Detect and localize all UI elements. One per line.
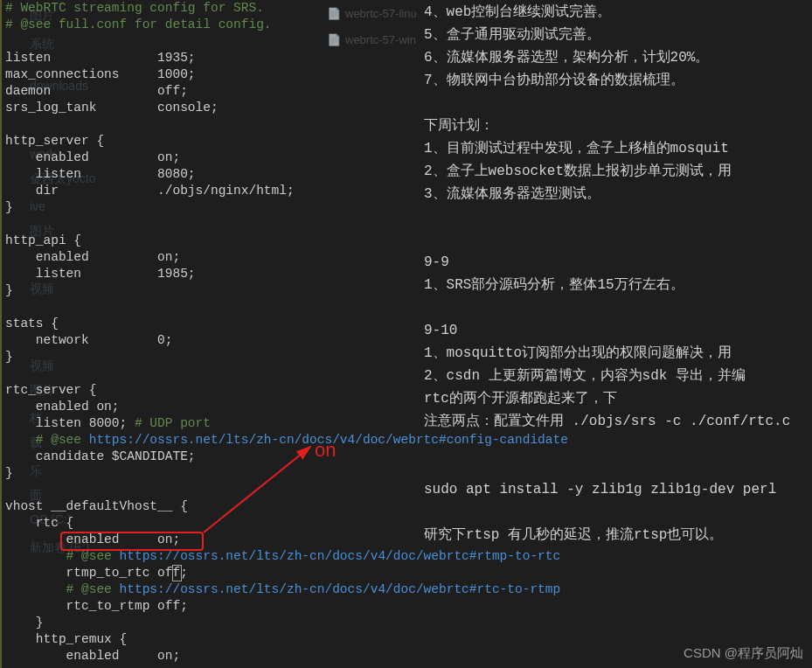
comment-line: # @see full.conf for detail config. [5, 17, 272, 31]
code-line-rtmp-to-rtc: rtmp_to_rtc of [5, 566, 172, 580]
annotation-label: on [315, 442, 336, 458]
code-line: http_server { [5, 134, 104, 148]
notes-line: 1、目前测试过程中发现，盒子上移植的mosquit [424, 138, 803, 159]
url-link[interactable]: https://ossrs.net/lts/zh-cn/docs/v4/doc/… [120, 582, 561, 596]
code-line: enabled on; [5, 532, 180, 546]
code-line: enabled on; [5, 250, 180, 264]
code-line: } [5, 200, 13, 214]
code-line: listen 8000; [5, 416, 135, 430]
code-line: listen 1935; [5, 51, 196, 65]
notes-line: 研究下rtsp 有几秒的延迟，推流rtsp也可以。 [424, 525, 803, 546]
notes-panel[interactable]: 📄webrtc-57-linu 📄webrtc-57-win 4、web控制台继… [415, 0, 812, 668]
notes-line: 9-10 [424, 320, 803, 341]
comment-line: # @see [5, 549, 120, 563]
code-line: enabled on; [5, 150, 180, 164]
code-line: } [5, 350, 13, 364]
notes-line: 4、web控制台继续测试完善。 [424, 2, 803, 23]
notes-line: 9-9 [424, 252, 803, 273]
code-line: dir ./objs/nginx/html; [5, 184, 295, 198]
comment-line: # @see [5, 433, 89, 447]
code-line: max_connections 1000; [5, 67, 196, 81]
code-line: enabled on; [5, 649, 180, 663]
code-line: http_api { [5, 233, 81, 247]
csdn-watermark: CSDN @程序员阿灿 [684, 644, 803, 661]
code-line: } [5, 466, 13, 480]
code-line: } [5, 616, 44, 630]
comment-line: # WebRTC streaming config for SRS. [5, 1, 264, 15]
code-line: rtc { [5, 516, 73, 530]
code-line: rtc_server { [5, 383, 96, 397]
cursor: f [172, 565, 180, 581]
code-line: http_remux { [5, 632, 127, 646]
notes-line: 6、流媒体服务器选型，架构分析，计划20%。 [424, 47, 803, 68]
code-line: listen 1985; [5, 267, 196, 281]
notes-line: 1、mosquitto订阅部分出现的权限问题解决，用 [424, 343, 803, 364]
code-line: srs_log_tank console; [5, 101, 219, 115]
notes-line: 2、盒子上websocket数据上报初步单元测试，用 [424, 161, 803, 182]
notes-line: 下周计划： [424, 115, 803, 136]
code-line: enabled on; [5, 400, 120, 414]
code-line: daemon off; [5, 84, 188, 98]
notes-line: 注意两点：配置文件用 ./objs/srs -c ./conf/rtc.c [424, 411, 803, 432]
notes-line: 3、流媒体服务器选型测试。 [424, 184, 803, 205]
code-line: } [5, 283, 13, 297]
code-line: network 0; [5, 333, 172, 347]
notes-line: 7、物联网中台协助部分设备的数据梳理。 [424, 70, 803, 91]
comment-line: # @see [5, 582, 120, 596]
code-editor[interactable]: 图片 系统 downloads work 金西太yocto ive 图片 视频 … [0, 0, 415, 668]
notes-line: 1、SRS部分源码分析，整体15万行左右。 [424, 275, 803, 296]
url-link[interactable]: https://ossrs.net/lts/zh-cn/docs/v4/doc/… [120, 549, 561, 563]
notes-line: sudo apt install -y zlib1g zlib1g-dev pe… [424, 479, 803, 500]
code-line: rtc_to_rtmp off; [5, 599, 188, 613]
code-line: listen 8080; [5, 167, 196, 181]
notes-line: 2、csdn 上更新两篇博文，内容为sdk 导出，并编 [424, 365, 803, 386]
comment-inline: # UDP port [135, 416, 211, 430]
notes-line: rtc的两个开源都跑起来了，下 [424, 388, 803, 409]
notes-line: 5、盒子通用驱动测试完善。 [424, 24, 803, 45]
config-code[interactable]: # WebRTC streaming config for SRS. # @se… [5, 0, 412, 665]
code-line: stats { [5, 317, 59, 331]
code-line: candidate $CANDIDATE; [5, 449, 196, 463]
code-line: vhost __defaultVhost__ { [5, 499, 188, 513]
